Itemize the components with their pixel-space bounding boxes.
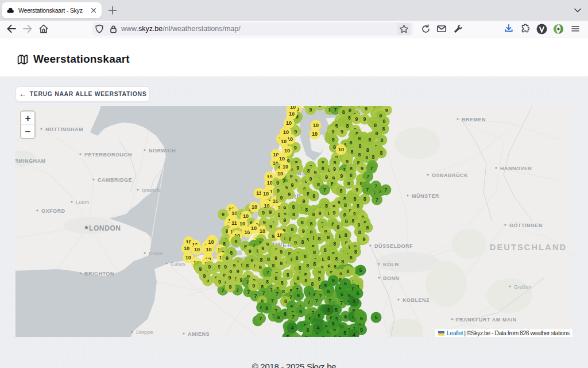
svg-text:9: 9 xyxy=(294,240,297,246)
svg-text:8: 8 xyxy=(365,155,368,160)
svg-text:8: 8 xyxy=(374,122,377,128)
svg-text:9: 9 xyxy=(365,106,368,112)
svg-text:7: 7 xyxy=(236,288,239,293)
svg-text:8: 8 xyxy=(307,168,310,174)
svg-text:9: 9 xyxy=(288,191,291,197)
svg-text:FRANKFURT AM MAIN: FRANKFURT AM MAIN xyxy=(456,317,517,323)
svg-text:10: 10 xyxy=(243,213,249,219)
svg-text:10: 10 xyxy=(277,171,283,177)
svg-text:CAMBRIDGE: CAMBRIDGE xyxy=(98,177,132,183)
svg-text:5: 5 xyxy=(332,321,335,327)
svg-text:9: 9 xyxy=(229,275,231,281)
svg-text:5: 5 xyxy=(356,290,359,296)
svg-text:3: 3 xyxy=(352,298,355,304)
svg-text:9: 9 xyxy=(291,182,294,188)
svg-text:8: 8 xyxy=(311,281,314,287)
svg-text:9: 9 xyxy=(283,217,286,223)
svg-text:4: 4 xyxy=(317,325,320,331)
svg-text:6: 6 xyxy=(277,315,280,320)
svg-text:8: 8 xyxy=(272,263,275,269)
svg-text:8: 8 xyxy=(260,257,262,263)
svg-text:9: 9 xyxy=(229,284,231,290)
svg-text:7: 7 xyxy=(254,293,257,299)
svg-text:8: 8 xyxy=(246,263,249,269)
svg-text:8: 8 xyxy=(322,166,324,171)
svg-text:9: 9 xyxy=(302,228,305,234)
svg-text:9: 9 xyxy=(340,173,343,179)
svg-text:8: 8 xyxy=(291,227,293,232)
svg-text:9: 9 xyxy=(358,106,361,108)
svg-text:9: 9 xyxy=(262,210,265,216)
svg-text:10: 10 xyxy=(267,180,273,186)
svg-text:9: 9 xyxy=(276,180,279,186)
svg-text:8: 8 xyxy=(350,172,353,178)
svg-text:9: 9 xyxy=(310,176,312,182)
svg-text:9: 9 xyxy=(280,260,283,266)
svg-text:8: 8 xyxy=(369,137,372,143)
svg-text:Ipswich: Ipswich xyxy=(142,187,160,193)
svg-text:9: 9 xyxy=(385,108,388,113)
svg-text:8: 8 xyxy=(284,298,287,304)
svg-text:8: 8 xyxy=(327,235,330,240)
svg-text:7: 7 xyxy=(295,336,298,337)
svg-text:PETERBOROUGH: PETERBOROUGH xyxy=(84,152,132,158)
svg-text:8: 8 xyxy=(313,250,316,255)
svg-text:10: 10 xyxy=(239,221,245,227)
svg-text:BRIGHTON: BRIGHTON xyxy=(84,271,114,277)
svg-text:8: 8 xyxy=(347,181,350,186)
svg-text:10: 10 xyxy=(252,204,257,210)
svg-text:8: 8 xyxy=(350,255,353,260)
svg-text:10: 10 xyxy=(290,106,296,110)
svg-text:8: 8 xyxy=(376,131,378,136)
svg-text:9: 9 xyxy=(346,159,349,164)
svg-text:OSNABRÜCK: OSNABRÜCK xyxy=(432,172,468,178)
svg-text:8: 8 xyxy=(358,229,361,235)
svg-text:10: 10 xyxy=(312,131,318,137)
svg-text:8: 8 xyxy=(333,144,336,150)
svg-text:GÖTTINGEN: GÖTTINGEN xyxy=(509,223,543,228)
svg-text:9: 9 xyxy=(263,220,266,225)
svg-text:8: 8 xyxy=(317,182,320,187)
svg-text:11: 11 xyxy=(231,220,237,226)
svg-text:9: 9 xyxy=(361,166,363,171)
svg-text:BIRMINGHAM: BIRMINGHAM xyxy=(16,158,46,164)
svg-text:8: 8 xyxy=(292,204,295,210)
svg-text:8: 8 xyxy=(267,256,270,262)
svg-text:8: 8 xyxy=(324,247,327,253)
svg-text:10: 10 xyxy=(206,247,211,252)
svg-text:5: 5 xyxy=(374,315,377,320)
svg-text:7: 7 xyxy=(276,291,278,297)
svg-text:9: 9 xyxy=(362,236,365,242)
svg-text:9: 9 xyxy=(318,106,321,108)
svg-text:6: 6 xyxy=(327,289,330,294)
svg-text:9: 9 xyxy=(309,107,312,113)
svg-text:10: 10 xyxy=(260,228,265,234)
svg-text:BONN: BONN xyxy=(383,275,400,281)
svg-text:9: 9 xyxy=(280,195,283,201)
svg-text:−: − xyxy=(25,126,31,137)
svg-text:8: 8 xyxy=(292,212,295,217)
svg-text:LONDON: LONDON xyxy=(89,224,121,232)
svg-text:8: 8 xyxy=(336,224,339,230)
svg-text:8: 8 xyxy=(306,263,309,269)
svg-text:9: 9 xyxy=(208,264,211,270)
svg-text:9: 9 xyxy=(274,255,277,261)
svg-text:HANNOVER: HANNOVER xyxy=(500,166,532,171)
svg-text:8: 8 xyxy=(359,143,362,149)
svg-text:8: 8 xyxy=(351,149,354,155)
svg-text:9: 9 xyxy=(280,249,283,255)
svg-text:10: 10 xyxy=(281,139,287,144)
svg-text:8: 8 xyxy=(333,241,336,247)
svg-text:8: 8 xyxy=(366,147,369,153)
svg-text:9: 9 xyxy=(252,283,255,289)
svg-text:7: 7 xyxy=(366,187,369,193)
svg-text:7: 7 xyxy=(307,300,310,305)
svg-text:10: 10 xyxy=(185,255,191,260)
svg-text:OXFORD: OXFORD xyxy=(41,208,65,214)
svg-text:6: 6 xyxy=(284,311,287,317)
svg-text:8: 8 xyxy=(296,275,299,281)
svg-text:8: 8 xyxy=(346,269,349,274)
svg-text:KÖLN: KÖLN xyxy=(383,262,399,267)
svg-text:8: 8 xyxy=(372,154,375,160)
svg-text:8: 8 xyxy=(301,239,304,245)
